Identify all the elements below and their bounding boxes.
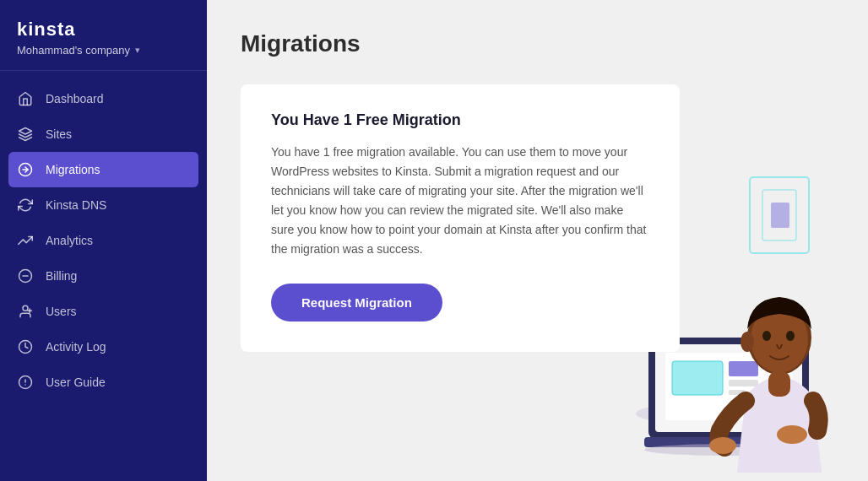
sidebar-item-migrations[interactable]: Migrations xyxy=(8,152,198,187)
sidebar-item-billing[interactable]: Billing xyxy=(0,258,207,294)
sidebar: kinsta Mohammad's company ▾ Dashboard xyxy=(0,0,207,481)
logo-area: kinsta Mohammad's company ▾ xyxy=(0,0,207,71)
analytics-icon xyxy=(17,232,34,249)
request-migration-button[interactable]: Request Migration xyxy=(271,284,442,322)
logo-text: kinsta xyxy=(17,19,76,40)
sidebar-item-label: Migrations xyxy=(46,163,100,176)
sidebar-item-users[interactable]: Users xyxy=(0,294,207,329)
card-description: You have 1 free migration available. You… xyxy=(271,143,649,260)
dns-icon xyxy=(17,197,34,213)
home-icon xyxy=(17,90,34,107)
sidebar-item-label: Dashboard xyxy=(46,92,104,105)
svg-rect-21 xyxy=(729,361,758,376)
sidebar-item-activity-log[interactable]: Activity Log xyxy=(0,329,207,365)
layers-icon xyxy=(17,126,34,143)
svg-marker-0 xyxy=(19,128,32,135)
company-selector[interactable]: Mohammad's company ▾ xyxy=(17,44,190,57)
sidebar-item-kinsta-dns[interactable]: Kinsta DNS xyxy=(0,187,207,223)
svg-point-32 xyxy=(741,332,754,352)
sidebar-item-label: Sites xyxy=(46,127,72,141)
svg-rect-31 xyxy=(768,371,790,397)
users-icon xyxy=(17,303,34,320)
svg-point-28 xyxy=(777,425,807,444)
billing-icon xyxy=(17,268,34,284)
chevron-down-icon: ▾ xyxy=(135,45,140,56)
sidebar-item-label: Billing xyxy=(46,269,77,283)
svg-point-34 xyxy=(786,331,795,341)
migration-card: You Have 1 Free Migration You have 1 fre… xyxy=(241,84,680,352)
svg-point-5 xyxy=(23,305,28,311)
sidebar-item-label: Activity Log xyxy=(46,340,106,354)
user-guide-icon xyxy=(17,374,34,391)
card-heading: You Have 1 Free Migration xyxy=(271,111,649,129)
sidebar-item-label: Kinsta DNS xyxy=(46,198,106,212)
main-content: Migrations You Have 1 Free Migration You… xyxy=(207,0,868,481)
sidebar-item-label: User Guide xyxy=(46,376,106,389)
nav-list: Dashboard Sites Migrations xyxy=(0,71,207,481)
svg-rect-19 xyxy=(672,361,723,395)
company-name: Mohammad's company xyxy=(17,44,130,57)
logo: kinsta xyxy=(17,19,190,41)
activity-log-icon xyxy=(17,338,34,355)
page-title: Migrations xyxy=(241,30,834,57)
sidebar-item-analytics[interactable]: Analytics xyxy=(0,223,207,258)
migrations-icon xyxy=(17,161,34,178)
sidebar-item-sites[interactable]: Sites xyxy=(0,116,207,152)
svg-point-27 xyxy=(709,437,736,454)
svg-point-33 xyxy=(762,331,771,341)
sidebar-item-user-guide[interactable]: User Guide xyxy=(0,365,207,400)
sidebar-item-label: Analytics xyxy=(46,234,93,247)
sidebar-item-label: Users xyxy=(46,305,77,318)
sidebar-item-dashboard[interactable]: Dashboard xyxy=(0,81,207,116)
svg-rect-14 xyxy=(771,203,789,228)
svg-rect-22 xyxy=(729,380,758,386)
